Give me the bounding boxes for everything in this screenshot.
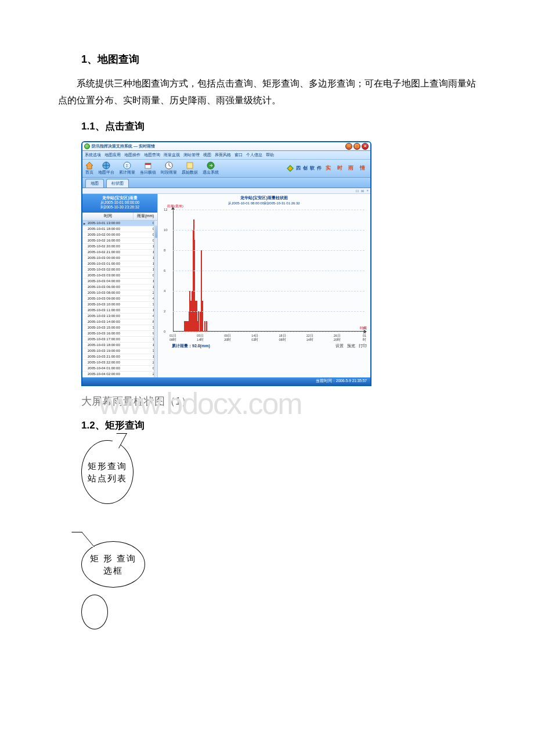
subheading-rect-query: 1.2、矩形查询 (81, 419, 499, 432)
y-tick: 4 (164, 289, 165, 293)
col-time[interactable]: 时间 (82, 213, 134, 220)
app-screenshot: 防汛指挥决策支持系统 — 实时雨情 − □ × 系统选项地图应用地图操作地图查询… (81, 141, 499, 386)
maximize-button[interactable]: □ (353, 143, 360, 150)
y-tick: 6 (164, 269, 165, 272)
chart-canvas: 雨量(毫米) 时间 024681012 01日08时05日14时09日20时14… (161, 208, 367, 342)
svg-text:Σ: Σ (126, 163, 129, 168)
brand-area: 四创软件 实 时 雨 情 (286, 164, 367, 172)
x-tick: 31日01时 (363, 326, 366, 341)
data-table-pane: 龙华站(宝安区)雨量 从2005-10-01 08:00:00 到2005-10… (82, 194, 158, 377)
menu-item[interactable]: 地图应用 (104, 152, 121, 158)
toolbar-day-button[interactable]: 当日极值 (140, 161, 156, 175)
chart-action-预览[interactable]: 预览 (347, 343, 355, 349)
table-row[interactable]: 2005-10-01 18:00:000 (82, 226, 157, 232)
toolbar-globe-button[interactable]: 地图平台 (98, 161, 114, 175)
chart-bar (202, 301, 203, 332)
chart-subtitle: 从2005-10-01 08:00:00到2005-10-31 01:26:32 (158, 201, 370, 206)
table-row[interactable]: 2005-10-03 02:00:001 (82, 267, 157, 273)
brand-tag: 实 时 雨 情 (326, 164, 367, 172)
scrollbar[interactable] (154, 221, 157, 377)
table-row[interactable]: 2005-10-03 06:00:001 (82, 285, 157, 290)
col-rain[interactable]: 雨量(mm) (134, 213, 157, 220)
callout-bubble-rect: 矩 形 查询选框 (81, 541, 145, 588)
y-tick: 8 (164, 249, 165, 252)
range-from: 从2005-10-01 08:00:00 (84, 200, 156, 205)
menu-item[interactable]: 地图操作 (124, 152, 140, 158)
sub-tabs: 地图柱状图 (82, 178, 370, 188)
table-row[interactable]: 2005-10-03 14:00:008 (82, 319, 157, 325)
toolbar-time-button[interactable]: 时段雨量 (161, 161, 177, 175)
chart-action-设置[interactable]: 设置 (335, 343, 344, 349)
menu-item[interactable]: 界面风格 (215, 152, 231, 158)
chart-pane: 龙华站(宝安区)雨量柱状图 从2005-10-01 08:00:00到2005-… (158, 194, 370, 377)
table-row[interactable]: 2005-10-03 00:00:001 (82, 255, 157, 261)
table-row[interactable]: ▸2005-10-01 13:00:000 (82, 221, 157, 226)
table-row[interactable]: 2005-10-02 21:00:001 (82, 250, 157, 255)
app-window: 防汛指挥决策支持系统 — 实时雨情 − □ × 系统选项地图应用地图操作地图查询… (81, 141, 371, 386)
window-title: 防汛指挥决策支持系统 — 实时雨情 (92, 143, 155, 149)
menubar: 系统选项地图应用地图操作地图查询雨量直观测站管理视图界面风格窗口个人信息帮助 (82, 151, 370, 160)
subheading-click-query: 1.1、点击查询 (81, 120, 499, 133)
menu-item[interactable]: 帮助 (266, 152, 274, 158)
x-tick: 18日08时 (279, 334, 286, 341)
app-logo-icon (84, 143, 90, 149)
chart-action-打印[interactable]: 打印 (359, 343, 367, 349)
table-row[interactable]: 2005-10-02 00:00:000 (82, 232, 157, 238)
table-row[interactable]: 2005-10-03 15:00:003 (82, 325, 157, 331)
table-row[interactable]: 2005-10-03 21:00:001 (82, 354, 157, 360)
inner-tab-button[interactable]: × (366, 189, 369, 193)
table-row[interactable]: 2005-10-03 01:00:001 (82, 261, 157, 267)
menu-item[interactable]: 测站管理 (183, 152, 200, 158)
menu-item[interactable]: 系统选项 (85, 152, 101, 158)
callout-tail-icon (71, 532, 95, 547)
x-tick: 22日14时 (306, 334, 313, 341)
chart-bar (206, 321, 207, 331)
intro-paragraph: 系统提供三种地图查询方式，包括点击查询、矩形查询、多边形查询；可在电子地图上查询… (58, 75, 476, 109)
chart-bar (204, 321, 205, 331)
close-button[interactable]: × (362, 143, 369, 150)
table-row[interactable]: 2005-10-03 18:00:001 (82, 343, 157, 348)
minimize-button[interactable]: − (345, 143, 352, 150)
table-row[interactable]: 2005-10-03 03:00:000 (82, 273, 157, 279)
heading-map-query: 1、地图查询 (81, 52, 499, 66)
table-row[interactable]: 2005-10-03 13:00:004 (82, 314, 157, 319)
tab-1[interactable]: 柱状图 (106, 179, 129, 188)
table-row[interactable]: 2005-10-04 01:00:000 (82, 366, 157, 372)
toolbar-orig-button[interactable]: 原始数据 (182, 161, 198, 175)
y-tick: 0 (164, 330, 165, 333)
table-row[interactable]: 2005-10-03 22:00:002 (82, 360, 157, 366)
menu-item[interactable]: 雨量直观 (164, 152, 180, 158)
toolbar-sum-button[interactable]: Σ累计雨量 (119, 161, 135, 175)
menu-item[interactable]: 个人信息 (246, 152, 262, 158)
toolbar-home-button[interactable]: 首页 (85, 161, 93, 175)
table-row[interactable]: 2005-10-03 17:00:003 (82, 337, 157, 343)
brand-name: 四创软件 (296, 165, 324, 171)
toolbar-exit-button[interactable]: 退出系统 (203, 161, 219, 175)
toolbar: 首页地图平台Σ累计雨量当日极值时段雨量原始数据退出系统 四创软件 实 时 雨 情 (82, 160, 370, 178)
table-row[interactable]: 2005-10-03 08:00:002 (82, 290, 157, 296)
titlebar: 防汛指挥决策支持系统 — 实时雨情 − □ × (82, 142, 370, 151)
x-tick: 01日08时 (169, 334, 176, 341)
menu-item[interactable]: 窗口 (234, 152, 243, 158)
table-body[interactable]: ▸2005-10-01 13:00:0002005-10-01 18:00:00… (82, 221, 157, 377)
table-row[interactable]: 2005-10-03 09:00:004 (82, 296, 157, 302)
table-row[interactable]: 2005-10-04 02:00:002 (82, 372, 157, 377)
table-row[interactable]: 2005-10-02 20:00:001 (82, 244, 157, 250)
table-row[interactable]: 2005-10-03 11:00:001 (82, 308, 157, 314)
table-header-block: 龙华站(宝安区)雨量 从2005-10-01 08:00:00 到2005-10… (82, 194, 157, 213)
chart-title: 龙华站(宝安区)雨量柱状图 (158, 195, 370, 201)
table-row[interactable]: 2005-10-03 19:00:003 (82, 348, 157, 354)
menu-item[interactable]: 视图 (203, 152, 211, 158)
inner-tab-button[interactable]: ⊠ (361, 189, 364, 193)
menu-item[interactable]: 地图查询 (144, 152, 160, 158)
figure-caption: 大屏幕雨量柱状图（1） (81, 394, 499, 408)
inner-tabs: ⊡⊠× (82, 188, 370, 194)
table-row[interactable]: 2005-10-03 04:00:001 (82, 279, 157, 285)
table-row[interactable]: 2005-10-03 10:00:003 (82, 302, 157, 308)
table-row[interactable]: 2005-10-02 16:00:000 (82, 238, 157, 244)
x-tick: 09日20时 (224, 334, 231, 341)
tab-0[interactable]: 地图 (85, 179, 104, 188)
sum-label: 累计雨量：92.0(mm) (172, 343, 210, 349)
inner-tab-button[interactable]: ⊡ (356, 189, 359, 193)
table-row[interactable]: 2005-10-03 16:00:009 (82, 331, 157, 337)
